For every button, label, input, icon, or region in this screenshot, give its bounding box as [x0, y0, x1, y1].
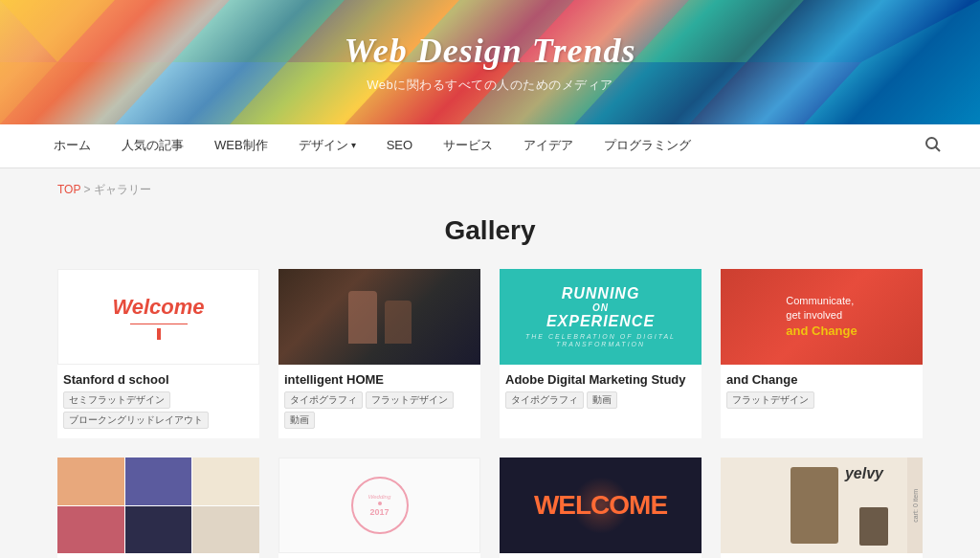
nav-item-programming[interactable]: プログラミング — [589, 124, 706, 168]
svg-point-0 — [926, 138, 937, 148]
home-figures — [348, 291, 412, 344]
site-subtitle: Webに関わるすべての人のためのメディア — [345, 77, 636, 94]
main-content: TOP > ギャラリー Gallery Welcome Stanford d s… — [0, 168, 980, 558]
nav-item-home[interactable]: ホーム — [38, 124, 106, 168]
site-header: Web Design Trends Webに関わるすべての人のためのメディア — [0, 0, 980, 124]
gallery-info-change: and Change フラットデザイン — [721, 365, 923, 418]
gallery-title-change: and Change — [726, 372, 917, 387]
tag: 動画 — [587, 391, 617, 409]
gallery-info-yelvy — [721, 553, 923, 558]
gallery-thumb-yelvy: yelvy cart: 0 item — [721, 458, 923, 553]
nav-item-web[interactable]: WEB制作 — [199, 124, 283, 168]
breadcrumb-top[interactable]: TOP — [57, 183, 80, 196]
gallery-item-adobe[interactable]: Running on Experience THE CELEBRATION OF… — [500, 269, 702, 438]
main-nav: ホーム 人気の記事 WEB制作 デザイン ▾ SEO サービス アイデア プログ… — [0, 124, 980, 168]
gallery-tags-home: タイポグラフィ フラットデザイン 動画 — [284, 391, 475, 429]
yelvy-person — [791, 467, 838, 544]
nav-item-popular[interactable]: 人気の記事 — [106, 124, 199, 168]
gallery-item-change[interactable]: Communicate, get involved and Change and… — [721, 269, 923, 438]
gallery-info-adobe: Adobe Digital Marketing Study タイポグラフィ 動画 — [500, 365, 702, 418]
gallery-thumb-home — [278, 269, 480, 365]
tag: 動画 — [284, 412, 315, 429]
gallery-tags-adobe: タイポグラフィ 動画 — [505, 391, 696, 409]
stanford-line — [130, 324, 188, 324]
gallery-thumb-adobe: Running on Experience THE CELEBRATION OF… — [500, 269, 702, 365]
nav-item-seo[interactable]: SEO — [371, 124, 428, 168]
breadcrumb: TOP > ギャラリー — [57, 168, 923, 206]
gallery-grid-row2: Wedding 2017 WELCOME — [57, 458, 923, 558]
gallery-grid-row1: Welcome Stanford d school セミフラットデザイン ブロー… — [57, 269, 923, 438]
gallery-title-stanford: Stanford d school — [63, 372, 254, 387]
gallery-title-adobe: Adobe Digital Marketing Study — [505, 372, 696, 387]
gallery-item-circle[interactable]: Wedding 2017 — [278, 458, 480, 558]
circle-design: Wedding 2017 — [351, 477, 409, 534]
search-icon[interactable] — [924, 136, 942, 157]
gallery-thumb-circle: Wedding 2017 — [278, 458, 480, 553]
change-text: Communicate, get involved and Change — [786, 294, 857, 341]
site-title: Web Design Trends — [345, 31, 636, 71]
breadcrumb-separator: > — [84, 183, 94, 196]
tag: ブロークングリッドレイアウト — [63, 412, 209, 429]
gallery-thumb-welcome-dark: WELCOME — [500, 458, 702, 553]
gallery-item-fashion[interactable] — [57, 458, 259, 558]
gallery-tags-stanford: セミフラットデザイン ブロークングリッドレイアウト — [63, 391, 254, 429]
gallery-info-circle — [278, 553, 480, 558]
gallery-thumb-stanford: Welcome — [57, 269, 259, 365]
tag: フラットデザイン — [726, 391, 814, 409]
gallery-info-welcome-dark — [500, 553, 702, 558]
gallery-thumb-fashion — [57, 458, 259, 553]
gallery-title-home: intelligent HOME — [284, 372, 475, 387]
gallery-item-welcome-dark[interactable]: WELCOME — [500, 458, 702, 558]
tag: フラットデザイン — [366, 391, 454, 409]
nav-item-idea[interactable]: アイデア — [508, 124, 589, 168]
nav-items: ホーム 人気の記事 WEB制作 デザイン ▾ SEO サービス アイデア プログ… — [38, 124, 924, 168]
gallery-item-stanford[interactable]: Welcome Stanford d school セミフラットデザイン ブロー… — [57, 269, 259, 438]
stanford-bar — [157, 328, 161, 340]
header-content: Web Design Trends Webに関わるすべての人のためのメディア — [345, 31, 636, 94]
yelvy-brand: yelvy — [845, 465, 883, 482]
tag: セミフラットデザイン — [63, 391, 170, 409]
gallery-item-home[interactable]: intelligent HOME タイポグラフィ フラットデザイン 動画 — [278, 269, 480, 438]
gallery-info-home: intelligent HOME タイポグラフィ フラットデザイン 動画 — [278, 365, 480, 438]
chevron-down-icon: ▾ — [351, 140, 356, 150]
page-title: Gallery — [57, 215, 923, 246]
gallery-tags-change: フラットデザイン — [726, 391, 917, 409]
gallery-info-fashion — [57, 553, 259, 558]
yelvy-sidebar: cart: 0 item — [907, 458, 923, 553]
svg-line-1 — [936, 146, 941, 151]
nav-item-design[interactable]: デザイン ▾ — [283, 124, 371, 168]
tag: タイポグラフィ — [505, 391, 584, 409]
gallery-thumb-change: Communicate, get involved and Change — [721, 269, 923, 365]
nav-item-service[interactable]: サービス — [428, 124, 508, 168]
stanford-welcome-text: Welcome — [112, 295, 204, 320]
breadcrumb-current: ギャラリー — [94, 183, 151, 196]
gallery-item-yelvy[interactable]: yelvy cart: 0 item — [721, 458, 923, 558]
adobe-text: Running on Experience THE CELEBRATION OF… — [500, 285, 702, 348]
tag: タイポグラフィ — [284, 391, 363, 409]
gallery-info-stanford: Stanford d school セミフラットデザイン ブロークングリッドレイ… — [57, 365, 259, 438]
